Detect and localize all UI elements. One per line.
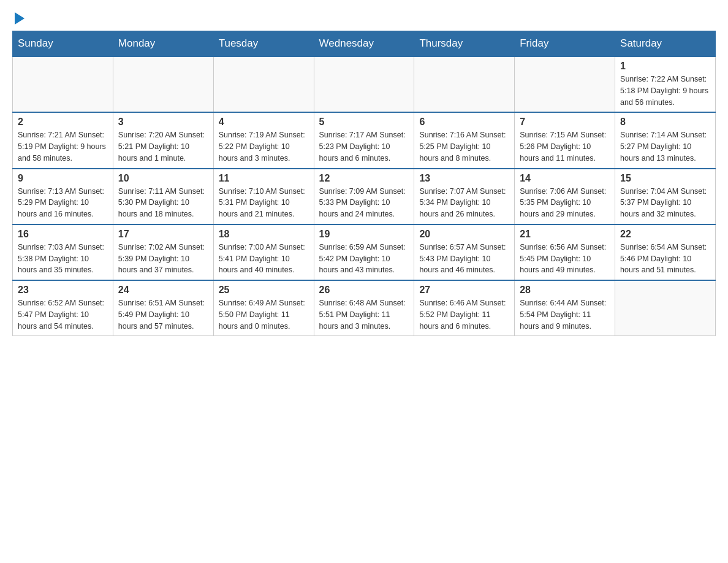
day-number: 21 [520,229,610,240]
calendar-cell: 20Sunrise: 6:57 AM Sunset: 5:43 PM Dayli… [414,224,515,280]
calendar-cell: 6Sunrise: 7:16 AM Sunset: 5:25 PM Daylig… [414,112,515,168]
calendar-cell: 24Sunrise: 6:51 AM Sunset: 5:49 PM Dayli… [113,280,213,336]
header-row: SundayMondayTuesdayWednesdayThursdayFrid… [13,31,716,57]
day-number: 24 [118,285,208,296]
day-info: Sunrise: 6:46 AM Sunset: 5:52 PM Dayligh… [419,297,509,332]
calendar-cell [213,56,314,112]
day-info: Sunrise: 7:15 AM Sunset: 5:26 PM Dayligh… [520,129,610,164]
day-number: 12 [319,173,409,184]
day-info: Sunrise: 7:10 AM Sunset: 5:31 PM Dayligh… [219,186,309,220]
calendar-cell: 5Sunrise: 7:17 AM Sunset: 5:23 PM Daylig… [314,112,414,168]
calendar-cell: 10Sunrise: 7:11 AM Sunset: 5:30 PM Dayli… [113,169,213,224]
day-info: Sunrise: 7:16 AM Sunset: 5:25 PM Dayligh… [419,129,509,164]
calendar-header: SundayMondayTuesdayWednesdayThursdayFrid… [13,31,716,57]
calendar-cell: 2Sunrise: 7:21 AM Sunset: 5:19 PM Daylig… [13,112,113,168]
day-number: 20 [419,229,509,240]
calendar-cell: 12Sunrise: 7:09 AM Sunset: 5:33 PM Dayli… [314,169,414,224]
day-number: 6 [419,117,509,128]
day-number: 7 [520,117,610,128]
day-info: Sunrise: 7:21 AM Sunset: 5:19 PM Dayligh… [18,129,108,164]
day-header-tuesday: Tuesday [213,31,314,57]
calendar-cell [113,56,213,112]
day-header-friday: Friday [515,31,615,57]
day-number: 16 [18,229,108,240]
day-info: Sunrise: 6:59 AM Sunset: 5:42 PM Dayligh… [319,242,409,276]
calendar-cell [13,56,113,112]
page-header [12,12,716,25]
calendar-cell: 18Sunrise: 7:00 AM Sunset: 5:41 PM Dayli… [213,224,314,280]
calendar-body: 1Sunrise: 7:22 AM Sunset: 5:18 PM Daylig… [13,56,716,336]
day-info: Sunrise: 7:03 AM Sunset: 5:38 PM Dayligh… [18,242,108,276]
day-info: Sunrise: 6:57 AM Sunset: 5:43 PM Dayligh… [419,242,509,276]
week-row-5: 23Sunrise: 6:52 AM Sunset: 5:47 PM Dayli… [13,280,716,336]
day-number: 9 [18,173,108,184]
day-number: 17 [118,229,208,240]
calendar-table: SundayMondayTuesdayWednesdayThursdayFrid… [12,31,716,336]
calendar-cell: 13Sunrise: 7:07 AM Sunset: 5:34 PM Dayli… [414,169,515,224]
day-header-saturday: Saturday [615,31,716,57]
day-info: Sunrise: 7:20 AM Sunset: 5:21 PM Dayligh… [118,129,208,164]
day-number: 4 [219,117,309,128]
week-row-3: 9Sunrise: 7:13 AM Sunset: 5:29 PM Daylig… [13,169,716,224]
day-number: 23 [18,285,108,296]
day-info: Sunrise: 7:06 AM Sunset: 5:35 PM Dayligh… [520,186,610,220]
calendar-cell: 11Sunrise: 7:10 AM Sunset: 5:31 PM Dayli… [213,169,314,224]
calendar-cell: 27Sunrise: 6:46 AM Sunset: 5:52 PM Dayli… [414,280,515,336]
day-number: 13 [419,173,509,184]
day-info: Sunrise: 6:51 AM Sunset: 5:49 PM Dayligh… [118,297,208,332]
day-info: Sunrise: 6:54 AM Sunset: 5:46 PM Dayligh… [620,242,710,276]
calendar-cell [515,56,615,112]
day-info: Sunrise: 7:19 AM Sunset: 5:22 PM Dayligh… [219,129,309,164]
calendar-cell: 7Sunrise: 7:15 AM Sunset: 5:26 PM Daylig… [515,112,615,168]
day-number: 5 [319,117,409,128]
week-row-1: 1Sunrise: 7:22 AM Sunset: 5:18 PM Daylig… [13,56,716,112]
day-info: Sunrise: 7:17 AM Sunset: 5:23 PM Dayligh… [319,129,409,164]
logo [12,12,25,25]
day-info: Sunrise: 6:49 AM Sunset: 5:50 PM Dayligh… [219,297,309,332]
day-number: 25 [219,285,309,296]
calendar-cell: 22Sunrise: 6:54 AM Sunset: 5:46 PM Dayli… [615,224,716,280]
day-number: 14 [520,173,610,184]
day-header-monday: Monday [113,31,213,57]
day-number: 15 [620,173,710,184]
calendar-cell: 21Sunrise: 6:56 AM Sunset: 5:45 PM Dayli… [515,224,615,280]
day-info: Sunrise: 7:13 AM Sunset: 5:29 PM Dayligh… [18,186,108,220]
day-info: Sunrise: 6:48 AM Sunset: 5:51 PM Dayligh… [319,297,409,332]
logo-arrow-icon [15,12,25,25]
day-number: 27 [419,285,509,296]
day-info: Sunrise: 7:04 AM Sunset: 5:37 PM Dayligh… [620,186,710,220]
calendar-cell: 25Sunrise: 6:49 AM Sunset: 5:50 PM Dayli… [213,280,314,336]
day-info: Sunrise: 6:56 AM Sunset: 5:45 PM Dayligh… [520,242,610,276]
day-number: 11 [219,173,309,184]
calendar-cell [414,56,515,112]
day-info: Sunrise: 6:44 AM Sunset: 5:54 PM Dayligh… [520,297,610,332]
week-row-4: 16Sunrise: 7:03 AM Sunset: 5:38 PM Dayli… [13,224,716,280]
day-info: Sunrise: 7:00 AM Sunset: 5:41 PM Dayligh… [219,242,309,276]
calendar-cell: 3Sunrise: 7:20 AM Sunset: 5:21 PM Daylig… [113,112,213,168]
day-info: Sunrise: 7:02 AM Sunset: 5:39 PM Dayligh… [118,242,208,276]
calendar-cell: 14Sunrise: 7:06 AM Sunset: 5:35 PM Dayli… [515,169,615,224]
calendar-cell: 17Sunrise: 7:02 AM Sunset: 5:39 PM Dayli… [113,224,213,280]
day-info: Sunrise: 7:11 AM Sunset: 5:30 PM Dayligh… [118,186,208,220]
day-info: Sunrise: 7:07 AM Sunset: 5:34 PM Dayligh… [419,186,509,220]
day-info: Sunrise: 6:52 AM Sunset: 5:47 PM Dayligh… [18,297,108,332]
day-number: 22 [620,229,710,240]
calendar-cell [615,280,716,336]
day-number: 8 [620,117,710,128]
calendar-cell: 19Sunrise: 6:59 AM Sunset: 5:42 PM Dayli… [314,224,414,280]
day-header-sunday: Sunday [13,31,113,57]
day-number: 18 [219,229,309,240]
day-number: 1 [620,61,710,72]
day-number: 3 [118,117,208,128]
day-number: 2 [18,117,108,128]
calendar-cell: 26Sunrise: 6:48 AM Sunset: 5:51 PM Dayli… [314,280,414,336]
day-number: 26 [319,285,409,296]
week-row-2: 2Sunrise: 7:21 AM Sunset: 5:19 PM Daylig… [13,112,716,168]
calendar-cell: 28Sunrise: 6:44 AM Sunset: 5:54 PM Dayli… [515,280,615,336]
day-info: Sunrise: 7:22 AM Sunset: 5:18 PM Dayligh… [620,74,710,108]
day-number: 10 [118,173,208,184]
calendar-cell: 1Sunrise: 7:22 AM Sunset: 5:18 PM Daylig… [615,56,716,112]
calendar-cell: 16Sunrise: 7:03 AM Sunset: 5:38 PM Dayli… [13,224,113,280]
calendar-cell: 4Sunrise: 7:19 AM Sunset: 5:22 PM Daylig… [213,112,314,168]
day-header-thursday: Thursday [414,31,515,57]
